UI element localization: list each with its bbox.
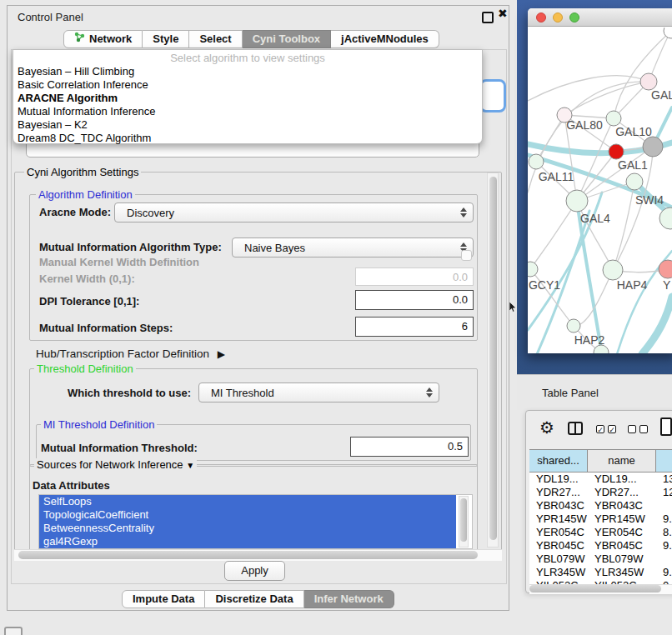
table-cell[interactable]: YLR345W [588, 566, 656, 579]
popup-item-basic-correlation-inference[interactable]: Basic Correlation Inference [13, 78, 482, 92]
table-cell[interactable]: YBR045C [588, 539, 656, 552]
popup-item-aracne-algorithm[interactable]: ARACNE Algorithm [13, 92, 482, 105]
table-cell[interactable]: 12 [656, 486, 672, 499]
collapsed-panel-icon[interactable] [4, 627, 23, 635]
table-cell[interactable]: YBR043C [588, 499, 656, 512]
network-edge[interactable] [642, 297, 672, 353]
table-cell[interactable]: YER054C [588, 526, 656, 539]
column-header-shared[interactable]: shared... [529, 450, 588, 472]
attribute-item-gal4rgexp[interactable]: gal4RGexp [39, 535, 456, 548]
network-node-red-node[interactable] [609, 144, 624, 159]
column-header-cut[interactable] [656, 450, 672, 472]
popup-item-mutual-information-inference[interactable]: Mutual Information Inference [13, 105, 482, 118]
settings-scrollbar[interactable] [487, 172, 499, 548]
select-all-checkboxes-icon[interactable]: ✓✓ [596, 425, 616, 433]
network-window-titlebar[interactable] [528, 8, 672, 27]
table-row[interactable]: YBR043CYBR043C [529, 499, 672, 512]
mi-steps-input[interactable]: 6 [355, 317, 474, 337]
tab-network[interactable]: Network [63, 30, 143, 48]
close-icon[interactable]: ✖ [498, 7, 508, 20]
popup-item-dream8-dc-tdc-algorithm[interactable]: Dream8 DC_TDC Algorithm [13, 132, 482, 145]
table-cell[interactable]: YER054C [529, 526, 588, 539]
tab-impute-data[interactable]: Impute Data [122, 590, 205, 608]
table-row[interactable]: YLR345WYLR345W9. [529, 566, 672, 579]
table-row[interactable]: YBL079WYBL079W [529, 552, 672, 566]
tab-jactivemnodules[interactable]: jActiveMNodules [331, 30, 439, 48]
focused-combobox-fragment[interactable] [479, 79, 506, 112]
network-node-hap2[interactable] [567, 319, 580, 332]
hub-definition-expander[interactable]: Hub/Transcription Factor Definition ▶ [36, 348, 225, 360]
table-cell[interactable] [656, 552, 672, 566]
network-node-gal10[interactable] [606, 111, 621, 126]
tab-discretize-data[interactable]: Discretize Data [205, 590, 303, 608]
manual-kernel-checkbox[interactable] [461, 250, 472, 261]
table-cell[interactable]: YBR043C [529, 499, 588, 512]
mi-type-combobox[interactable]: Naive Bayes [232, 238, 474, 258]
tab-cyni-toolbox[interactable]: Cyni Toolbox [243, 30, 331, 48]
network-edge[interactable] [564, 82, 649, 115]
network-edge[interactable] [614, 31, 671, 118]
network-edge[interactable] [530, 201, 577, 269]
mi-threshold-input[interactable]: 0.5 [350, 437, 469, 457]
split-columns-icon[interactable] [568, 422, 583, 435]
tab-infer-network[interactable]: Infer Network [304, 590, 394, 608]
table-hscrollbar[interactable] [529, 584, 672, 594]
gear-icon[interactable]: ⚙ [539, 419, 554, 436]
popup-item-bayesian-hill-climbing[interactable]: Bayesian – Hill Climbing [13, 65, 482, 78]
table-cell[interactable]: YBL079W [529, 552, 588, 566]
deselect-all-checkboxes-icon[interactable] [628, 425, 648, 433]
network-node-y-node[interactable] [659, 260, 672, 278]
attribute-item-topologicalcoefficient[interactable]: TopologicalCoefficient [39, 508, 456, 522]
table-cell[interactable]: YDR27... [588, 486, 656, 499]
apply-button[interactable]: Apply [224, 561, 285, 581]
network-node-right-partial[interactable] [659, 208, 672, 229]
attributes-scrollbar[interactable] [459, 496, 469, 548]
table-cell[interactable]: YPR145W [588, 512, 656, 526]
table-cell[interactable]: YDR27... [529, 486, 588, 499]
threshold-definition-title: Threshold Definition [34, 362, 136, 375]
settings-hscrollbar[interactable] [14, 549, 502, 561]
network-edge[interactable] [528, 76, 649, 101]
table-cell[interactable] [656, 499, 672, 512]
zoom-traffic-light-icon[interactable] [569, 12, 579, 22]
network-node-gcy1[interactable] [528, 262, 538, 277]
table-cell[interactable]: 13 [656, 472, 672, 486]
which-threshold-combobox[interactable]: MI Threshold [198, 382, 439, 402]
close-traffic-light-icon[interactable] [536, 12, 546, 22]
network-edge[interactable] [613, 182, 634, 270]
network-canvas[interactable]: GALGAL80GAL10GAL1SWI4GAL11GAL4GCY1HAP4YH… [528, 28, 672, 353]
document-icon[interactable] [660, 418, 672, 436]
dpi-tolerance-input[interactable]: 0.0 [355, 290, 474, 310]
network-node-swi4[interactable] [626, 173, 643, 190]
table-cell[interactable]: YDL19... [529, 472, 588, 486]
network-node-hap4[interactable] [603, 260, 623, 280]
table-row[interactable]: YER054CYER054C8. [529, 526, 672, 539]
table-cell[interactable]: YLR345W [529, 566, 588, 579]
table-cell[interactable]: 9. [656, 539, 672, 552]
table-cell[interactable]: 8. [656, 526, 672, 539]
sources-group-title[interactable]: Sources for Network Inference ▼ [34, 458, 197, 471]
tab-style[interactable]: Style [143, 30, 189, 48]
table-cell[interactable]: 9. [656, 512, 672, 526]
table-cell[interactable]: YBL079W [588, 552, 656, 566]
table-row[interactable]: YPR145WYPR145W9. [529, 512, 672, 526]
float-window-icon[interactable] [482, 12, 494, 23]
attribute-item-selfloops[interactable]: SelfLoops [39, 495, 456, 508]
table-cell[interactable]: YPR145W [529, 512, 588, 526]
attribute-item-betweennesscentrality[interactable]: BetweennessCentrality [39, 522, 456, 535]
network-node-gal4[interactable] [566, 190, 588, 212]
tab-select[interactable]: Select [189, 30, 242, 48]
table-row[interactable]: YDR27...YDR27...12 [529, 486, 672, 499]
table-cell[interactable]: YDL19... [588, 472, 656, 486]
network-node-gal2[interactable] [640, 73, 657, 90]
network-node-gal1[interactable] [643, 137, 663, 157]
minimize-traffic-light-icon[interactable] [553, 12, 563, 22]
network-node-gal11[interactable] [529, 154, 544, 169]
table-row[interactable]: YBR045CYBR045C9. [529, 539, 672, 552]
column-header-name[interactable]: name [588, 450, 656, 472]
table-cell[interactable]: YBR045C [529, 539, 588, 552]
table-cell[interactable]: 9. [656, 566, 672, 579]
table-row[interactable]: YDL19...YDL19...13 [529, 472, 672, 486]
aracne-mode-combobox[interactable]: Discovery [114, 202, 474, 222]
popup-item-bayesian-k2[interactable]: Bayesian – K2 [13, 118, 482, 132]
